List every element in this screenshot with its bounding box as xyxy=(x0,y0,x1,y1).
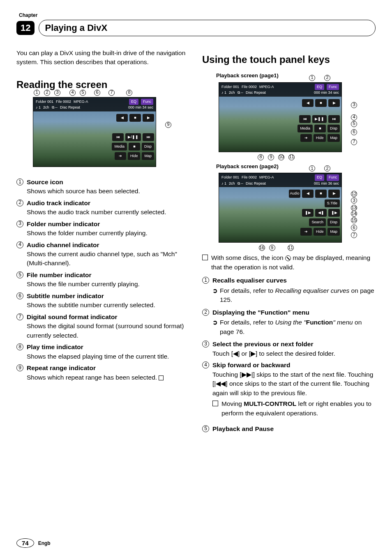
playback-page2-figure: 12 Folder 001 File 0002 MPEG-A EQ Func ♪… xyxy=(210,173,342,243)
def-title: Recalls equaliser curves xyxy=(212,277,287,284)
disp-button[interactable]: Disp xyxy=(327,125,340,132)
arrow-icon[interactable]: ➔ xyxy=(115,152,126,160)
reading-screen-figure: 123 45 6 7 8 Folder 001 File 0002 MPEG-A… xyxy=(25,97,156,167)
next-folder-icon[interactable]: ▶ xyxy=(328,190,340,197)
stitle-button[interactable]: S.Title xyxy=(325,199,340,207)
def-title: Source icon xyxy=(27,178,63,185)
end-mark-icon xyxy=(159,375,164,380)
note-icon xyxy=(212,401,218,406)
def-desc: Shows the subtitle number currently sele… xyxy=(27,301,155,308)
codec-indicator: MPEG-A xyxy=(74,99,88,104)
def-desc: Shows the folder number currently playin… xyxy=(27,229,148,236)
arrow-icon[interactable]: ➔ xyxy=(300,228,312,236)
next-folder-icon[interactable]: ▶ xyxy=(143,114,154,122)
map-button[interactable]: Map xyxy=(327,228,340,236)
hide-button[interactable]: Hide xyxy=(314,134,326,142)
chapter-label: Chapter xyxy=(19,12,376,18)
func-button[interactable]: Func xyxy=(327,174,339,181)
audio-button[interactable]: Audio xyxy=(289,190,300,197)
reference-arrow-icon: ➲ xyxy=(212,318,220,336)
def-title: Repeat range indicator xyxy=(27,364,96,371)
eq-button[interactable]: EQ xyxy=(315,174,324,181)
channel-indicator: 2ch xyxy=(43,105,49,110)
touch-panel-heading: Using the touch panel keys xyxy=(202,53,376,67)
stop-icon[interactable]: ■ xyxy=(315,190,327,197)
page-footer: 74 Engb xyxy=(16,538,51,548)
def-desc: Shows the audio track number currently s… xyxy=(27,208,166,215)
def-title: Skip forward or backward xyxy=(212,361,291,368)
def-title: Subtitle number indicator xyxy=(27,292,104,299)
right-column: Using the touch panel keys Playback scre… xyxy=(202,49,376,436)
page-number: 74 xyxy=(16,538,34,548)
def-desc: Shows the digital sound format (surround… xyxy=(27,322,184,338)
chapter-title: Playing a DivX xyxy=(39,20,376,36)
search-button[interactable]: Search xyxy=(309,218,326,226)
chapter-bar: 12 Playing a DivX xyxy=(16,20,376,36)
frame-step-icon[interactable]: ❚▶ xyxy=(302,209,314,217)
def-title: Audio channel indicator xyxy=(27,241,99,248)
def-desc: Touching [▶▶|] skips to the start of the… xyxy=(212,371,373,396)
def-desc: Touch [◀] or [▶] to select the desired f… xyxy=(212,350,335,357)
prev-folder-icon[interactable]: ◀ xyxy=(302,190,314,197)
def-title: Folder number indicator xyxy=(27,220,100,227)
touch-key-definitions: 1 Recalls equaliser curves ➲For details,… xyxy=(202,276,376,433)
time-indicator: 000 min 34 sec xyxy=(128,105,153,110)
def-title: Play time indicator xyxy=(27,343,83,350)
hide-button[interactable]: Hide xyxy=(128,152,141,160)
eq-button[interactable]: EQ xyxy=(315,84,324,90)
def-title: Displaying the "Function" menu xyxy=(212,309,309,316)
reference-arrow-icon: ➲ xyxy=(212,286,220,305)
playback-page1-figure: 12 Folder 001 File 0002 MPEG-A EQ Func ♪… xyxy=(210,82,342,152)
fig1-caption: Playback screen (page1) xyxy=(216,72,376,80)
map-button[interactable]: Map xyxy=(142,152,154,160)
play-pause-icon[interactable]: ▶/❚❚ xyxy=(125,133,141,141)
slow-fwd-icon[interactable]: ❚▶ xyxy=(328,209,340,217)
arrow-icon[interactable]: ➔ xyxy=(300,134,312,142)
media-button[interactable]: Media xyxy=(297,125,313,132)
def-title: Audio track indicator xyxy=(27,199,90,206)
prev-folder-icon[interactable]: ◀ xyxy=(116,114,128,122)
skip-back-icon[interactable]: ⏮ xyxy=(299,115,311,123)
slow-rev-icon[interactable]: ◀❚ xyxy=(315,209,327,217)
func-button[interactable]: Func xyxy=(327,84,339,90)
left-column: You can play a DivX using the built-in d… xyxy=(16,49,190,436)
fig2-caption: Playback screen (page2) xyxy=(216,163,376,171)
note-icon xyxy=(202,255,208,260)
func-button[interactable]: Func xyxy=(141,99,153,105)
chapter-number: 12 xyxy=(16,21,35,35)
stop2-icon[interactable]: ■ xyxy=(129,143,140,151)
media-button[interactable]: Media xyxy=(112,143,127,151)
disp-button[interactable]: Disp xyxy=(327,218,340,226)
invalid-op-note: With some discs, the icon may be display… xyxy=(202,253,376,272)
map-button[interactable]: Map xyxy=(327,134,340,142)
play-pause-icon[interactable]: ▶❚❚ xyxy=(312,115,327,123)
reading-screen-definitions: 1Source iconShows which source has been … xyxy=(16,178,190,382)
stop-icon[interactable]: ■ xyxy=(315,99,327,107)
next-folder-icon[interactable]: ▶ xyxy=(328,99,340,107)
subtitle-indicator: ⧉ -- xyxy=(52,105,58,110)
folder-indicator: Folder 001 xyxy=(36,99,53,104)
prev-folder-icon[interactable]: ◀ xyxy=(302,99,314,107)
def-title: File number indicator xyxy=(27,271,92,278)
def-desc: Shows the elapsed playing time of the cu… xyxy=(27,353,169,360)
eq-button[interactable]: EQ xyxy=(129,99,138,105)
prohibited-icon xyxy=(285,255,291,261)
stop-icon[interactable]: ■ xyxy=(129,114,141,122)
hide-button[interactable]: Hide xyxy=(314,228,326,236)
def-desc: Shows the file number currently playing. xyxy=(27,280,140,287)
skip-fwd-icon[interactable]: ⏭ xyxy=(143,133,154,141)
disp-button[interactable]: Disp xyxy=(142,143,154,151)
track-indicator: ♪ 1 xyxy=(36,105,41,110)
language-code: Engb xyxy=(38,540,51,546)
def-desc: Shows the current audio channel type, su… xyxy=(27,250,177,266)
def-desc: Shows which source has been selected. xyxy=(27,188,140,195)
file-indicator: File 0002 xyxy=(56,99,71,104)
skip-back-icon[interactable]: ⏮ xyxy=(112,133,124,141)
def-title: Select the previous or next folder xyxy=(212,341,313,348)
repeat-indicator: Disc Repeat xyxy=(60,105,80,110)
intro-text: You can play a DivX using the built-in d… xyxy=(16,49,190,67)
skip-fwd-icon[interactable]: ⏭ xyxy=(328,115,340,123)
def-title: Digital sound format indicator xyxy=(27,313,117,320)
stop2-icon[interactable]: ■ xyxy=(314,125,326,132)
def-desc: Shows which repeat range has been select… xyxy=(27,374,164,381)
